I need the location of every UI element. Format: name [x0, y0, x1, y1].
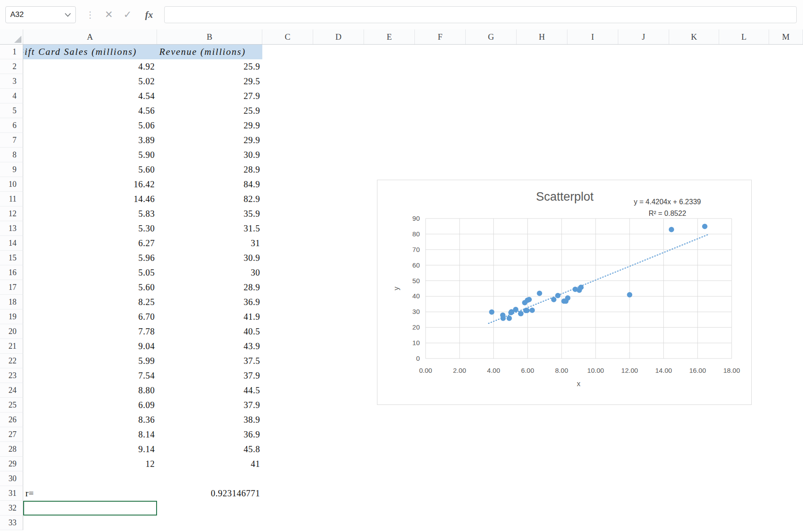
cell-B21[interactable]: 43.9: [157, 339, 262, 354]
insert-function-icon[interactable]: fx: [140, 6, 158, 23]
row-header-8[interactable]: 8: [0, 148, 23, 162]
more-options-icon[interactable]: ⋮: [85, 6, 95, 23]
column-header-C[interactable]: C: [262, 29, 313, 44]
cell-B6[interactable]: 29.9: [157, 118, 262, 133]
cell-A24[interactable]: 8.80: [23, 383, 157, 398]
cell-B17[interactable]: 28.9: [157, 280, 262, 295]
cell-A8[interactable]: 5.90: [23, 148, 157, 162]
cell-B7[interactable]: 29.9: [157, 133, 262, 148]
cell-A26[interactable]: 8.36: [23, 412, 157, 427]
row-header-14[interactable]: 14: [0, 236, 23, 251]
row-header-5[interactable]: 5: [0, 103, 23, 118]
cell-A10[interactable]: 16.42: [23, 177, 157, 192]
confirm-entry-icon[interactable]: ✓: [120, 6, 136, 23]
cell-A15[interactable]: 5.96: [23, 251, 157, 265]
cell-A18[interactable]: 8.25: [23, 295, 157, 309]
row-header-12[interactable]: 12: [0, 206, 23, 221]
cell-A6[interactable]: 5.06: [23, 118, 157, 133]
cell-B10[interactable]: 84.9: [157, 177, 262, 192]
cell-A30[interactable]: [23, 471, 157, 486]
cell-A4[interactable]: 4.54: [23, 89, 157, 103]
cell-B27[interactable]: 36.9: [157, 427, 262, 442]
row-header-29[interactable]: 29: [0, 457, 23, 471]
cell-B9[interactable]: 28.9: [157, 162, 262, 177]
row-header-15[interactable]: 15: [0, 251, 23, 265]
row-header-17[interactable]: 17: [0, 280, 23, 295]
cell-B5[interactable]: 25.9: [157, 103, 262, 118]
cell-B2[interactable]: 25.9: [157, 59, 262, 74]
row-header-28[interactable]: 28: [0, 442, 23, 457]
row-header-3[interactable]: 3: [0, 74, 23, 89]
cell-A14[interactable]: 6.27: [23, 236, 157, 251]
cell-B32[interactable]: [157, 501, 262, 516]
cell-A19[interactable]: 6.70: [23, 309, 157, 324]
cell-A20[interactable]: 7.78: [23, 324, 157, 339]
cell-A28[interactable]: 9.14: [23, 442, 157, 457]
row-header-23[interactable]: 23: [0, 368, 23, 383]
row-header-20[interactable]: 20: [0, 324, 23, 339]
cell-A23[interactable]: 7.54: [23, 368, 157, 383]
cell-A32[interactable]: [23, 501, 157, 516]
column-header-F[interactable]: F: [415, 29, 466, 44]
cell-B3[interactable]: 29.5: [157, 74, 262, 89]
row-header-26[interactable]: 26: [0, 412, 23, 427]
column-header-E[interactable]: E: [364, 29, 415, 44]
column-header-D[interactable]: D: [313, 29, 364, 44]
cell-A9[interactable]: 5.60: [23, 162, 157, 177]
cell-B14[interactable]: 31: [157, 236, 262, 251]
select-all-corner[interactable]: [0, 29, 23, 44]
row-header-21[interactable]: 21: [0, 339, 23, 354]
row-header-18[interactable]: 18: [0, 295, 23, 309]
row-header-30[interactable]: 30: [0, 471, 23, 486]
cell-A31[interactable]: r=: [23, 486, 157, 501]
cell-A29[interactable]: 12: [23, 457, 157, 471]
cell-B29[interactable]: 41: [157, 457, 262, 471]
cell-A2[interactable]: 4.92: [23, 59, 157, 74]
column-header-A[interactable]: A: [23, 29, 157, 44]
cell-A13[interactable]: 5.30: [23, 221, 157, 236]
column-header-H[interactable]: H: [517, 29, 567, 44]
row-header-19[interactable]: 19: [0, 309, 23, 324]
row-header-27[interactable]: 27: [0, 427, 23, 442]
cell-B24[interactable]: 44.5: [157, 383, 262, 398]
cell-A7[interactable]: 3.89: [23, 133, 157, 148]
column-header-G[interactable]: G: [466, 29, 517, 44]
column-header-B[interactable]: B: [157, 29, 262, 44]
cell-B26[interactable]: 38.9: [157, 412, 262, 427]
cell-B11[interactable]: 82.9: [157, 192, 262, 206]
cell-A5[interactable]: 4.56: [23, 103, 157, 118]
name-box[interactable]: A32: [5, 6, 76, 23]
cell-A3[interactable]: 5.02: [23, 74, 157, 89]
row-header-31[interactable]: 31: [0, 486, 23, 501]
cell-B12[interactable]: 35.9: [157, 206, 262, 221]
row-header-1[interactable]: 1: [0, 45, 23, 59]
row-header-25[interactable]: 25: [0, 398, 23, 412]
row-header-10[interactable]: 10: [0, 177, 23, 192]
row-header-4[interactable]: 4: [0, 89, 23, 103]
cell-A16[interactable]: 5.05: [23, 265, 157, 280]
cell-B22[interactable]: 37.5: [157, 354, 262, 368]
cell-B15[interactable]: 30.9: [157, 251, 262, 265]
scatter-chart[interactable]: Scatterplot y = 4.4204x + 6.2339 R² = 0.…: [377, 180, 752, 405]
cell-B25[interactable]: 37.9: [157, 398, 262, 412]
column-header-I[interactable]: I: [567, 29, 618, 44]
cell-A11[interactable]: 14.46: [23, 192, 157, 206]
cell-B16[interactable]: 30: [157, 265, 262, 280]
row-header-2[interactable]: 2: [0, 59, 23, 74]
cell-B33[interactable]: [157, 516, 262, 530]
cell-B1[interactable]: Revenue (millions): [157, 45, 262, 59]
cell-B28[interactable]: 45.8: [157, 442, 262, 457]
cell-A27[interactable]: 8.14: [23, 427, 157, 442]
column-header-K[interactable]: K: [669, 29, 719, 44]
row-header-22[interactable]: 22: [0, 354, 23, 368]
cell-B19[interactable]: 41.9: [157, 309, 262, 324]
row-header-13[interactable]: 13: [0, 221, 23, 236]
cell-B23[interactable]: 37.9: [157, 368, 262, 383]
cell-B31[interactable]: 0.923146771: [157, 486, 262, 501]
row-header-24[interactable]: 24: [0, 383, 23, 398]
cell-A12[interactable]: 5.83: [23, 206, 157, 221]
formula-input[interactable]: [164, 6, 797, 23]
chevron-down-icon[interactable]: [65, 13, 71, 17]
row-header-6[interactable]: 6: [0, 118, 23, 133]
row-header-32[interactable]: 32: [0, 501, 23, 516]
